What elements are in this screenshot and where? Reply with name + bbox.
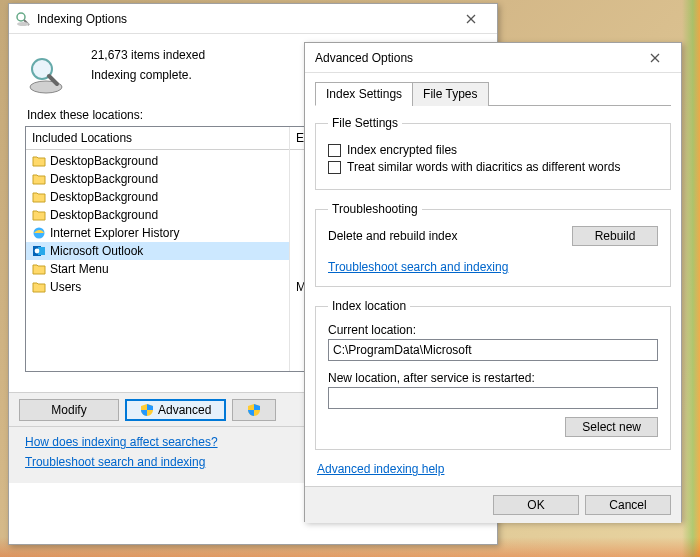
svg-point-2 <box>17 22 29 26</box>
cancel-button[interactable]: Cancel <box>585 495 671 515</box>
location-row[interactable]: Start Menu <box>26 260 289 278</box>
modify-button[interactable]: Modify <box>19 399 119 421</box>
location-name: Internet Explorer History <box>50 226 179 240</box>
new-location-field[interactable] <box>328 387 658 409</box>
encrypted-checkbox[interactable] <box>328 144 341 157</box>
rebuild-label: Delete and rebuild index <box>328 229 457 243</box>
folder-icon <box>32 208 46 222</box>
tabstrip: Index Settings File Types <box>315 81 671 106</box>
file-settings-legend: File Settings <box>328 116 402 130</box>
tab-index-settings[interactable]: Index Settings <box>315 82 413 106</box>
location-name: DesktopBackground <box>50 208 158 222</box>
tab-file-types[interactable]: File Types <box>412 82 488 106</box>
folder-icon <box>32 190 46 204</box>
close-icon <box>466 14 476 24</box>
advanced-button[interactable]: Advanced <box>125 399 226 421</box>
ie-icon <box>32 226 46 240</box>
location-row[interactable]: DesktopBackground <box>26 188 289 206</box>
location-row[interactable]: DesktopBackground <box>26 170 289 188</box>
diacritics-label: Treat similar words with diacritics as d… <box>347 160 620 174</box>
shield-icon <box>140 403 154 417</box>
location-row[interactable]: Microsoft Outlook <box>26 242 289 260</box>
indexing-icon <box>15 11 31 27</box>
close-icon <box>650 53 660 63</box>
titlebar[interactable]: Indexing Options <box>9 4 497 34</box>
location-row[interactable]: Internet Explorer History <box>26 224 289 242</box>
location-name: Users <box>50 280 81 294</box>
shield-icon <box>247 403 261 417</box>
outlook-icon <box>32 244 46 258</box>
folder-icon <box>32 262 46 276</box>
third-button[interactable] <box>232 399 276 421</box>
location-name: DesktopBackground <box>50 172 158 186</box>
index-location-group: Index location Current location: New loc… <box>315 299 671 450</box>
troubleshoot-search-link[interactable]: Troubleshoot search and indexing <box>328 260 508 274</box>
window-body: Index Settings File Types File Settings … <box>305 73 681 486</box>
troubleshooting-legend: Troubleshooting <box>328 202 422 216</box>
svg-point-0 <box>17 13 25 21</box>
close-button[interactable] <box>635 47 675 69</box>
location-name: Start Menu <box>50 262 109 276</box>
magnifier-drive-icon <box>25 54 67 96</box>
desktop-background-edge <box>682 0 700 557</box>
window-title: Advanced Options <box>311 51 635 65</box>
advanced-options-window: Advanced Options Index Settings File Typ… <box>304 42 682 522</box>
location-row[interactable]: Users <box>26 278 289 296</box>
current-location-label: Current location: <box>328 323 658 337</box>
advanced-indexing-help-link[interactable]: Advanced indexing help <box>317 462 444 476</box>
items-indexed-text: 21,673 items indexed <box>91 48 205 62</box>
troubleshooting-group: Troubleshooting Delete and rebuild index… <box>315 202 671 287</box>
troubleshoot-link[interactable]: Troubleshoot search and indexing <box>25 455 205 469</box>
titlebar[interactable]: Advanced Options <box>305 43 681 73</box>
how-affects-link[interactable]: How does indexing affect searches? <box>25 435 218 449</box>
location-name: DesktopBackground <box>50 154 158 168</box>
indexing-status-text: Indexing complete. <box>91 68 205 82</box>
svg-point-11 <box>35 249 40 254</box>
location-name: Microsoft Outlook <box>50 244 143 258</box>
diacritics-checkbox[interactable] <box>328 161 341 174</box>
rebuild-button[interactable]: Rebuild <box>572 226 658 246</box>
window-title: Indexing Options <box>37 12 451 26</box>
folder-icon <box>32 280 46 294</box>
location-name: DesktopBackground <box>50 190 158 204</box>
folder-icon <box>32 172 46 186</box>
location-row[interactable]: DesktopBackground <box>26 152 289 170</box>
index-location-legend: Index location <box>328 299 410 313</box>
ok-button[interactable]: OK <box>493 495 579 515</box>
file-settings-group: File Settings Index encrypted files Trea… <box>315 116 671 190</box>
dialog-footer: OK Cancel <box>305 486 681 523</box>
location-row[interactable]: DesktopBackground <box>26 206 289 224</box>
column-header-included[interactable]: Included Locations <box>26 127 289 150</box>
current-location-field[interactable] <box>328 339 658 361</box>
encrypted-label: Index encrypted files <box>347 143 457 157</box>
new-location-label: New location, after service is restarted… <box>328 371 658 385</box>
close-button[interactable] <box>451 8 491 30</box>
advanced-button-label: Advanced <box>158 403 211 417</box>
folder-icon <box>32 154 46 168</box>
select-new-button[interactable]: Select new <box>565 417 658 437</box>
